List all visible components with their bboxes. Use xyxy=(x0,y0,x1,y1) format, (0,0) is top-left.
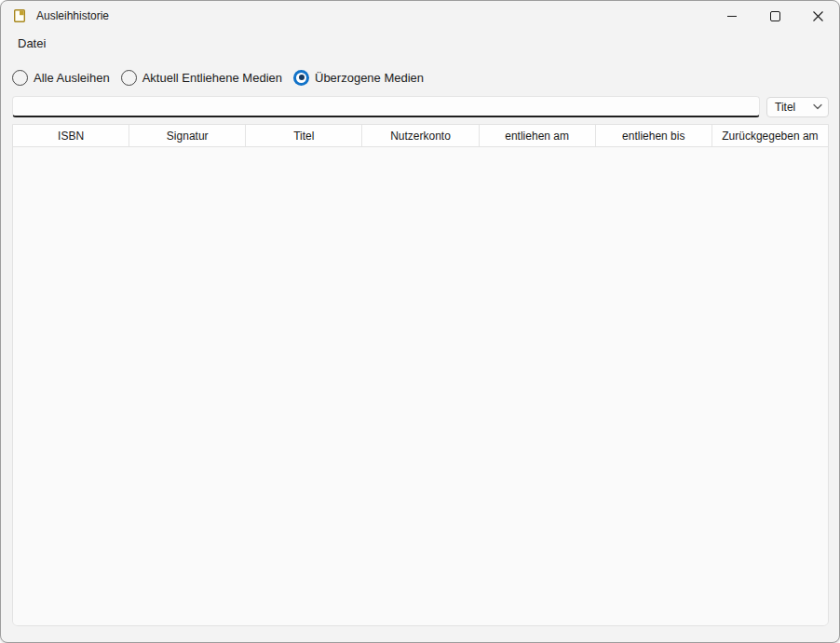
radio-icon xyxy=(121,70,137,86)
window-title: Ausleihhistorie xyxy=(36,9,109,22)
chevron-down-icon xyxy=(813,103,822,110)
app-window: Ausleihhistorie Datei Alle Ausleihen Akt… xyxy=(0,0,840,643)
radio-label: Überzogene Medien xyxy=(315,71,424,85)
close-icon xyxy=(813,11,823,21)
table-column-header[interactable]: entliehen bis xyxy=(595,125,711,146)
minimize-button[interactable] xyxy=(711,1,753,31)
radio-icon xyxy=(293,70,309,86)
menu-item-datei[interactable]: Datei xyxy=(12,34,51,53)
radio-label: Aktuell Entliehene Medien xyxy=(142,71,282,85)
close-button[interactable] xyxy=(796,1,839,31)
maximize-icon xyxy=(770,11,780,21)
radio-icon xyxy=(12,70,28,86)
search-column-select-value: Titel xyxy=(775,101,813,114)
search-row: Titel xyxy=(12,96,829,117)
search-input[interactable] xyxy=(12,96,760,117)
table-column-header[interactable]: Nutzerkonto xyxy=(361,125,478,146)
table-column-header[interactable]: Zurückgegeben am xyxy=(711,125,828,146)
table-header-row: ISBN Signatur Titel Nutzerkonto entliehe… xyxy=(13,125,828,147)
table-column-header[interactable]: Signatur xyxy=(129,125,245,146)
search-column-select[interactable]: Titel xyxy=(766,97,829,117)
table-body xyxy=(13,147,828,625)
table-column-header[interactable]: entliehen am xyxy=(479,125,595,146)
minimize-icon xyxy=(727,16,737,17)
table-column-header[interactable]: Titel xyxy=(245,125,361,146)
menubar: Datei xyxy=(1,31,839,55)
maximize-button[interactable] xyxy=(753,1,796,31)
radio-label: Alle Ausleihen xyxy=(34,71,110,85)
filter-radio-option[interactable]: Überzogene Medien xyxy=(293,70,424,86)
filter-radio-option[interactable]: Aktuell Entliehene Medien xyxy=(121,70,282,86)
loan-history-table: ISBN Signatur Titel Nutzerkonto entliehe… xyxy=(12,124,829,626)
note-icon xyxy=(12,8,27,23)
filter-radio-option[interactable]: Alle Ausleihen xyxy=(12,70,110,86)
table-column-header[interactable]: ISBN xyxy=(13,125,129,146)
filter-radio-group: Alle Ausleihen Aktuell Entliehene Medien… xyxy=(12,68,839,87)
titlebar: Ausleihhistorie xyxy=(1,1,839,31)
